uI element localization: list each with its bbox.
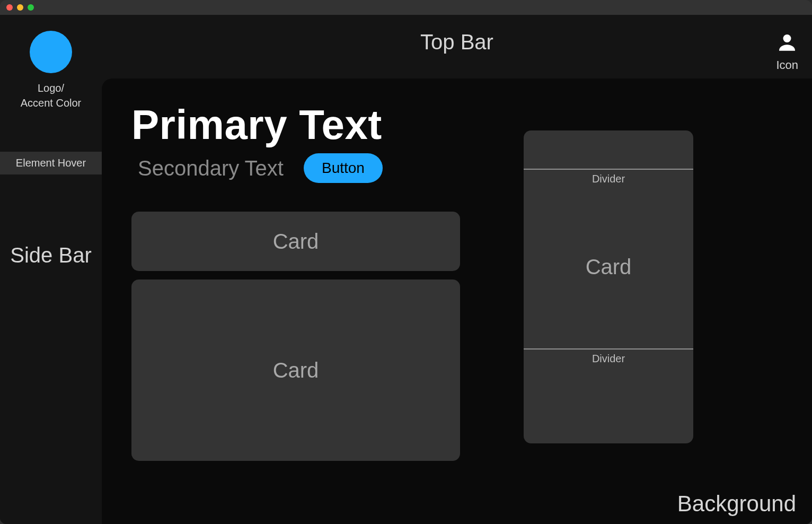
logo-label: Logo/ Accent Color — [21, 81, 82, 110]
right-area: Top Bar Icon Primary Text Secondary Text — [102, 15, 812, 524]
sidebar-hover-item[interactable]: Element Hover — [0, 152, 102, 174]
card-tall[interactable]: Divider Card Divider — [524, 130, 693, 443]
user-icon[interactable] — [776, 32, 798, 53]
card-large[interactable]: Card — [131, 280, 460, 461]
card-large-label: Card — [273, 359, 319, 382]
main-right-column: Divider Card Divider — [524, 101, 693, 502]
logo-label-line1: Logo/ — [38, 82, 64, 94]
sidebar: Logo/ Accent Color Element Hover Side Ba… — [0, 15, 102, 524]
card-tall-label: Card — [586, 255, 632, 279]
secondary-row: Secondary Text Button — [131, 153, 460, 183]
top-bar-title: Top Bar — [420, 30, 493, 54]
icon-label: Icon — [776, 58, 798, 72]
background-label: Background — [677, 491, 796, 517]
main-left-column: Primary Text Secondary Text Button Card … — [131, 101, 460, 502]
svg-point-0 — [783, 34, 791, 42]
card-bottom-section — [524, 365, 693, 443]
card-small-label: Card — [273, 230, 319, 254]
main-background-panel: Primary Text Secondary Text Button Card … — [102, 78, 812, 524]
card-mid-section: Card — [524, 185, 693, 348]
card-top-section — [524, 130, 693, 169]
close-window-button[interactable] — [6, 4, 13, 11]
topbar-icon-area: Icon — [776, 32, 798, 72]
primary-button-label: Button — [322, 160, 365, 176]
sidebar-title: Side Bar — [5, 243, 96, 267]
top-bar: Top Bar Icon — [102, 15, 812, 78]
app-window: Logo/ Accent Color Element Hover Side Ba… — [0, 0, 812, 524]
window-titlebar — [0, 0, 812, 15]
secondary-text: Secondary Text — [138, 156, 284, 180]
logo-accent-circle[interactable] — [30, 31, 72, 73]
primary-text-heading: Primary Text — [131, 101, 460, 149]
divider-label-bottom: Divider — [524, 350, 693, 365]
sidebar-hover-label: Element Hover — [16, 157, 86, 169]
divider-label-top: Divider — [524, 170, 693, 185]
primary-button[interactable]: Button — [304, 153, 383, 183]
card-small[interactable]: Card — [131, 212, 460, 271]
logo-label-line2: Accent Color — [21, 97, 82, 109]
minimize-window-button[interactable] — [17, 4, 23, 11]
app-body: Logo/ Accent Color Element Hover Side Ba… — [0, 15, 812, 524]
maximize-window-button[interactable] — [28, 4, 34, 11]
